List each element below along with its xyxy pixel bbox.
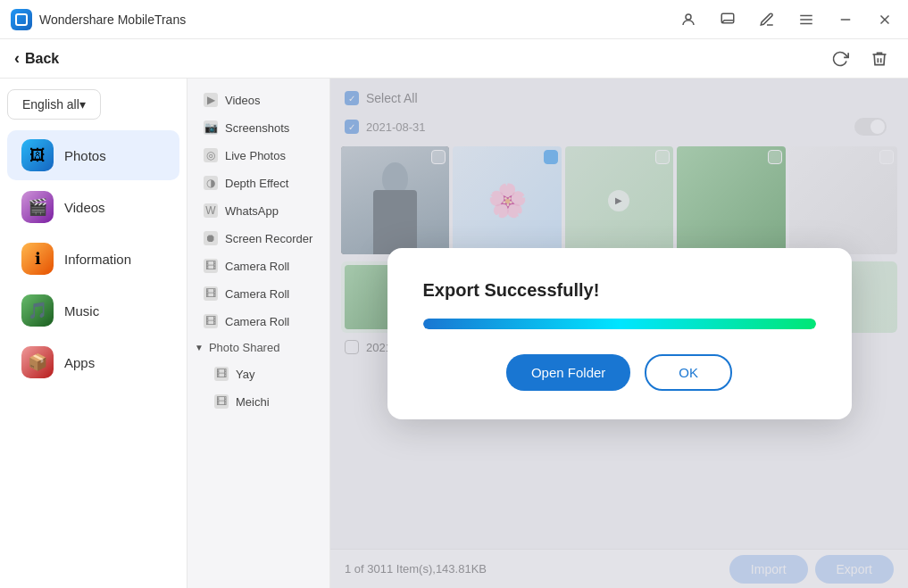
sub-cameraroll1-label: Camera Roll <box>225 260 289 273</box>
information-icon: ℹ <box>21 243 54 275</box>
sub-videos-icon: ▶ <box>204 93 218 107</box>
svg-point-0 <box>686 14 691 20</box>
sub-deptheffect-label: Depth Effect <box>225 177 288 190</box>
open-folder-button[interactable]: Open Folder <box>506 354 630 391</box>
sub-screenrecorder-label: Screen Recorder <box>225 232 312 245</box>
sidebar: English all ▾ 🖼 Photos 🎬 Videos ℹ Inform… <box>0 79 187 588</box>
sub-yay-icon: 🎞 <box>214 367 229 381</box>
sidebar-item-music[interactable]: 🎵 Music <box>7 286 179 335</box>
section-arrow-icon: ▼ <box>195 343 204 352</box>
close-button[interactable] <box>872 7 897 32</box>
sub-cameraroll2-icon: 🎞 <box>204 286 218 301</box>
photos-icon: 🖼 <box>21 139 54 171</box>
title-bar-left: Wondershare MobileTrans <box>11 9 186 30</box>
ok-button[interactable]: OK <box>645 354 732 391</box>
sidebar-item-information-label: Information <box>64 252 131 267</box>
sub-cameraroll3-icon: 🎞 <box>204 314 218 328</box>
dropdown-arrow-icon: ▾ <box>79 97 86 112</box>
videos-icon: 🎬 <box>21 191 54 223</box>
sub-meichi-label: Meichi <box>236 395 270 409</box>
sidebar-item-music-label: Music <box>64 303 99 319</box>
sub-item-cameraroll1[interactable]: 🎞 Camera Roll <box>193 253 324 279</box>
title-bar-controls <box>676 7 897 32</box>
sub-item-livephotos[interactable]: ◎ Live Photos <box>193 142 324 169</box>
language-dropdown[interactable]: English all ▾ <box>7 89 101 120</box>
sub-item-cameraroll2[interactable]: 🎞 Camera Roll <box>193 280 324 307</box>
sub-item-screenrecorder[interactable]: ⏺ Screen Recorder <box>193 225 324 252</box>
edit-button[interactable] <box>754 7 779 32</box>
refresh-button[interactable] <box>826 45 854 73</box>
trash-button[interactable] <box>865 45 894 73</box>
app-title: Wondershare MobileTrans <box>39 12 186 27</box>
sub-screenshots-label: Screenshots <box>225 121 289 135</box>
minimize-button[interactable] <box>833 7 858 32</box>
sub-item-cameraroll3[interactable]: 🎞 Camera Roll <box>193 308 324 335</box>
modal-overlay: Export Successfully! Open Folder OK <box>330 79 908 588</box>
sub-item-meichi[interactable]: 🎞 Meichi <box>193 388 324 415</box>
sub-item-videos[interactable]: ▶ Videos <box>193 87 324 113</box>
sub-cameraroll3-label: Camera Roll <box>225 315 289 328</box>
sidebar-item-videos[interactable]: 🎬 Videos <box>7 182 179 232</box>
sub-deptheffect-icon: ◑ <box>204 176 218 190</box>
sub-screenrecorder-icon: ⏺ <box>204 231 218 245</box>
back-button[interactable]: ‹ Back <box>14 49 59 68</box>
sub-meichi-icon: 🎞 <box>214 394 229 409</box>
progress-bar-fill <box>423 319 816 329</box>
progress-bar-container <box>423 319 816 329</box>
app-icon <box>11 9 32 30</box>
sub-photoshared-label: Photo Shared <box>209 341 280 354</box>
sub-cameraroll1-icon: 🎞 <box>204 259 218 273</box>
music-icon: 🎵 <box>21 294 54 327</box>
sidebar-item-photos-label: Photos <box>64 148 106 163</box>
sub-livephotos-label: Live Photos <box>225 149 286 162</box>
sub-item-screenshots[interactable]: 📷 Screenshots <box>193 114 324 141</box>
back-label: Back <box>25 51 59 67</box>
sub-videos-label: Videos <box>225 94 261 107</box>
language-dropdown-label: English all <box>22 97 79 112</box>
menu-button[interactable] <box>794 7 819 32</box>
apps-icon: 📦 <box>21 346 54 378</box>
main-layout: English all ▾ 🖼 Photos 🎬 Videos ℹ Inform… <box>0 79 908 588</box>
sub-sidebar: ▶ Videos 📷 Screenshots ◎ Live Photos ◑ D… <box>187 79 330 588</box>
sub-yay-label: Yay <box>236 368 254 381</box>
header-row: ‹ Back <box>0 39 908 79</box>
header-actions <box>826 45 894 73</box>
sub-cameraroll2-label: Camera Roll <box>225 287 289 301</box>
modal-title: Export Successfully! <box>423 280 600 301</box>
sidebar-item-information[interactable]: ℹ Information <box>7 234 179 284</box>
sub-item-whatsapp[interactable]: W WhatsApp <box>193 197 324 224</box>
content-row: ▶ Videos 📷 Screenshots ◎ Live Photos ◑ D… <box>187 79 908 588</box>
sidebar-item-apps-label: Apps <box>64 355 95 370</box>
user-button[interactable] <box>676 7 701 32</box>
sub-whatsapp-icon: W <box>204 203 218 218</box>
modal-buttons: Open Folder OK <box>506 354 732 391</box>
sidebar-item-videos-label: Videos <box>64 200 105 215</box>
app-icon-inner <box>15 13 28 26</box>
title-bar: Wondershare MobileTrans <box>0 0 908 39</box>
export-success-modal: Export Successfully! Open Folder OK <box>387 248 852 419</box>
sidebar-item-apps[interactable]: 📦 Apps <box>7 337 179 387</box>
sub-livephotos-icon: ◎ <box>204 148 218 162</box>
sub-screenshots-icon: 📷 <box>204 120 218 135</box>
sub-item-yay[interactable]: 🎞 Yay <box>193 360 324 387</box>
sub-whatsapp-label: WhatsApp <box>225 204 279 218</box>
back-arrow-icon: ‹ <box>14 49 20 68</box>
sub-item-photoshared[interactable]: ▼ Photo Shared <box>187 335 329 360</box>
sub-item-deptheffect[interactable]: ◑ Depth Effect <box>193 170 324 196</box>
sidebar-item-photos[interactable]: 🖼 Photos <box>7 130 179 180</box>
chat-button[interactable] <box>715 7 740 32</box>
